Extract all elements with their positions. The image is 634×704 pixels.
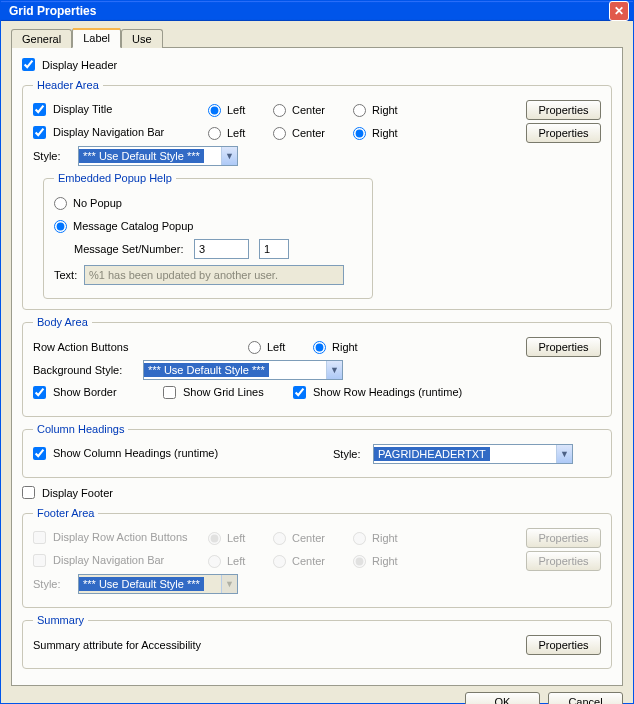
footer-nav-properties-button: Properties xyxy=(526,551,601,571)
dialog-buttons: OK Cancel xyxy=(11,686,623,704)
tabs-bar: General Label Use xyxy=(11,27,623,47)
display-title-text: Display Title xyxy=(53,103,112,115)
footer-nav-right: Right xyxy=(353,555,433,568)
title-align-center[interactable]: Center xyxy=(273,104,353,117)
tab-use-label: Use xyxy=(132,33,152,45)
row-footer-style: Style: *** Use Default Style *** ▼ xyxy=(33,574,601,594)
footer-row-right: Right xyxy=(353,532,433,545)
display-footer-checkbox[interactable]: Display Footer xyxy=(22,486,113,499)
body-area-legend: Body Area xyxy=(33,316,92,328)
cancel-button[interactable]: Cancel xyxy=(548,692,623,704)
bg-style-label: Background Style: xyxy=(33,364,143,376)
chevron-down-icon: ▼ xyxy=(221,147,237,165)
summary-text: Summary attribute for Accessibility xyxy=(33,639,201,651)
header-area-group: Header Area Display Title Left Center Ri… xyxy=(22,79,612,310)
nav-align-left[interactable]: Left xyxy=(208,127,273,140)
display-title-input[interactable] xyxy=(33,103,46,116)
show-border-checkbox[interactable]: Show Border xyxy=(33,386,117,399)
row-header-style: Style: *** Use Default Style *** ▼ xyxy=(33,146,601,166)
footer-style-value: *** Use Default Style *** xyxy=(79,577,204,591)
header-style-select[interactable]: *** Use Default Style *** ▼ xyxy=(78,146,238,166)
window-title: Grid Properties xyxy=(9,4,96,18)
footer-rowaction-checkbox: Display Row Action Buttons xyxy=(33,531,188,544)
window: Grid Properties ✕ General Label Use Disp… xyxy=(0,0,634,704)
row-display-navbar: Display Navigation Bar Left Center Right… xyxy=(33,123,601,143)
footer-area-legend: Footer Area xyxy=(33,507,98,519)
footer-row-properties-button: Properties xyxy=(526,528,601,548)
body-align-right[interactable]: Right xyxy=(313,341,378,354)
popup-text-label: Text: xyxy=(54,269,84,281)
popup-none[interactable]: No Popup xyxy=(54,197,122,210)
client-area: General Label Use Display Header Header … xyxy=(1,21,633,704)
header-area-legend: Header Area xyxy=(33,79,103,91)
display-navbar-text: Display Navigation Bar xyxy=(53,126,164,138)
row-body-actions: Row Action Buttons Left Right Properties xyxy=(33,337,601,357)
display-title-checkbox[interactable]: Display Title xyxy=(33,103,112,116)
nav-properties-button[interactable]: Properties xyxy=(526,123,601,143)
summary-properties-button[interactable]: Properties xyxy=(526,635,601,655)
row-action-buttons-label: Row Action Buttons xyxy=(33,341,248,353)
chevron-down-icon: ▼ xyxy=(556,445,572,463)
footer-nav-left: Left xyxy=(208,555,273,568)
col-style-select[interactable]: PAGRIDHEADERTXT ▼ xyxy=(373,444,573,464)
header-style-value: *** Use Default Style *** xyxy=(79,149,204,163)
embedded-popup-legend: Embedded Popup Help xyxy=(54,172,176,184)
close-icon: ✕ xyxy=(614,4,624,18)
show-row-headings-checkbox[interactable]: Show Row Headings (runtime) xyxy=(293,386,462,399)
column-headings-group: Column Headings Show Column Headings (ru… xyxy=(22,423,612,478)
col-style-label: Style: xyxy=(333,448,373,460)
titlebar: Grid Properties ✕ xyxy=(1,1,633,21)
footer-row-left: Left xyxy=(208,532,273,545)
close-button[interactable]: ✕ xyxy=(609,1,629,21)
row-body-bgstyle: Background Style: *** Use Default Style … xyxy=(33,360,601,380)
footer-row-center: Center xyxy=(273,532,353,545)
popup-text-value xyxy=(84,265,344,285)
msg-num-input[interactable] xyxy=(259,239,289,259)
show-gridlines-checkbox[interactable]: Show Grid Lines xyxy=(163,386,264,399)
body-area-group: Body Area Row Action Buttons Left Right … xyxy=(22,316,612,417)
title-properties-button[interactable]: Properties xyxy=(526,100,601,120)
title-align-left[interactable]: Left xyxy=(208,104,273,117)
footer-style-label: Style: xyxy=(33,578,78,590)
body-align-left[interactable]: Left xyxy=(248,341,313,354)
display-navbar-checkbox[interactable]: Display Navigation Bar xyxy=(33,126,164,139)
nav-align-right[interactable]: Right xyxy=(353,127,433,140)
bg-style-value: *** Use Default Style *** xyxy=(144,363,269,377)
tab-panel-label: Display Header Header Area Display Title… xyxy=(11,47,623,686)
footer-navbar-checkbox: Display Navigation Bar xyxy=(33,554,164,567)
chevron-down-icon: ▼ xyxy=(326,361,342,379)
chevron-down-icon: ▼ xyxy=(221,575,237,593)
display-navbar-input[interactable] xyxy=(33,126,46,139)
row-body-opts: Show Border Show Grid Lines Show Row Hea… xyxy=(33,383,601,403)
row-footer-rowaction: Display Row Action Buttons Left Center R… xyxy=(33,528,601,548)
row-summary: Summary attribute for Accessibility Prop… xyxy=(33,635,601,655)
display-footer-label: Display Footer xyxy=(42,487,113,499)
tab-label-label: Label xyxy=(83,32,110,44)
footer-area-group: Footer Area Display Row Action Buttons L… xyxy=(22,507,612,608)
summary-group: Summary Summary attribute for Accessibil… xyxy=(22,614,612,669)
title-align-right[interactable]: Right xyxy=(353,104,433,117)
display-header-checkbox[interactable]: Display Header xyxy=(22,58,117,71)
summary-legend: Summary xyxy=(33,614,88,626)
display-header-input[interactable] xyxy=(22,58,35,71)
tab-general[interactable]: General xyxy=(11,29,72,48)
row-display-title: Display Title Left Center Right Properti… xyxy=(33,100,601,120)
footer-style-select: *** Use Default Style *** ▼ xyxy=(78,574,238,594)
row-col-headings: Show Column Headings (runtime) Style: PA… xyxy=(33,444,601,464)
row-footer-navbar: Display Navigation Bar Left Center Right… xyxy=(33,551,601,571)
msg-set-input[interactable] xyxy=(194,239,249,259)
column-headings-legend: Column Headings xyxy=(33,423,128,435)
bg-style-select[interactable]: *** Use Default Style *** ▼ xyxy=(143,360,343,380)
tab-general-label: General xyxy=(22,33,61,45)
body-properties-button[interactable]: Properties xyxy=(526,337,601,357)
tab-label[interactable]: Label xyxy=(72,28,121,48)
display-header-label: Display Header xyxy=(42,59,117,71)
ok-button[interactable]: OK xyxy=(465,692,540,704)
header-style-label: Style: xyxy=(33,150,68,162)
popup-msg-catalog[interactable]: Message Catalog Popup xyxy=(54,220,193,233)
col-style-value: PAGRIDHEADERTXT xyxy=(374,447,490,461)
display-footer-input[interactable] xyxy=(22,486,35,499)
nav-align-center[interactable]: Center xyxy=(273,127,353,140)
show-col-headings-checkbox[interactable]: Show Column Headings (runtime) xyxy=(33,447,218,460)
tab-use[interactable]: Use xyxy=(121,29,163,48)
